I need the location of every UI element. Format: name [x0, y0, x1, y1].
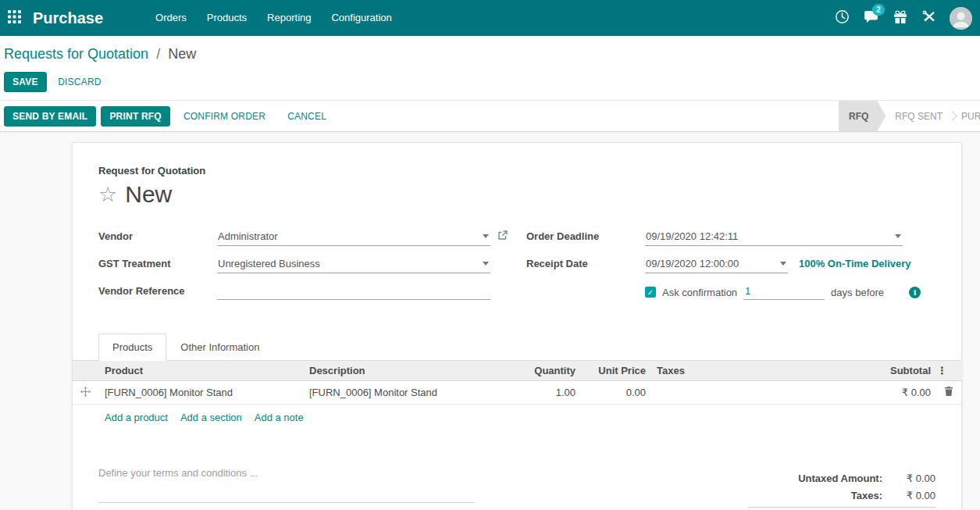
product-column-header: Product [98, 361, 303, 381]
rfq-form-sheet: Request for Quotation ☆ New Vendor Admin… [72, 142, 962, 510]
discard-button[interactable]: DISCARD [49, 72, 109, 92]
cancel-button[interactable]: CANCEL [279, 106, 335, 127]
control-panel-buttons: SAVE DISCARD [0, 66, 980, 101]
menu-orders[interactable]: Orders [145, 0, 197, 36]
add-a-section-link[interactable]: Add a section [180, 412, 242, 423]
notebook-tabs: Products Other Information [73, 333, 961, 361]
line-add-links: Add a product Add a section Add a note [73, 405, 961, 423]
form-statusbar: SEND BY EMAIL PRINT RFQ CONFIRM ORDER CA… [0, 101, 980, 132]
taxes-total-label: Taxes: [851, 490, 882, 501]
receipt-date-label: Receipt Date [526, 255, 645, 269]
rewards-button[interactable] [886, 0, 914, 36]
gift-icon [893, 10, 907, 27]
record-title: New [125, 181, 172, 208]
line-taxes[interactable] [649, 381, 774, 405]
activities-button[interactable] [828, 0, 857, 36]
status-pipeline: RFQ RFQ SENT PURC [839, 101, 980, 131]
terms-and-conditions-input[interactable]: Define your terms and conditions ... [98, 467, 475, 503]
on-time-delivery-link[interactable]: 100% On-Time Delivery [799, 255, 911, 269]
chevron-down-icon [483, 234, 489, 238]
gst-treatment-label: GST Treatment [98, 255, 217, 269]
receipt-date-input[interactable]: 09/19/2020 12:00:00 [645, 255, 788, 273]
untaxed-amount-value: ₹ 0.00 [882, 473, 935, 484]
app-title: Purchase [28, 9, 103, 27]
table-header-row: Product Description Quantity Unit Price … [73, 361, 963, 381]
tools-icon [922, 10, 936, 27]
status-step-purchase-order[interactable]: PURC [952, 101, 980, 131]
content-area: Request for Quotation ☆ New Vendor Admin… [0, 132, 980, 510]
statusbar-actions: SEND BY EMAIL PRINT RFQ CONFIRM ORDER CA… [4, 106, 335, 127]
chevron-down-icon [483, 262, 489, 266]
print-rfq-button[interactable]: PRINT RFQ [101, 106, 169, 127]
line-unit-price[interactable]: 0.00 [579, 381, 649, 405]
days-before-input[interactable]: 1 [743, 284, 825, 300]
vendor-label: Vendor [98, 228, 217, 242]
breadcrumb-parent-link[interactable]: Requests for Quotation [4, 46, 148, 62]
taxes-total-value: ₹ 0.00 [882, 490, 935, 501]
chevron-down-icon [780, 262, 786, 266]
terms-placeholder: Define your terms and conditions ... [98, 467, 258, 479]
vendor-input[interactable]: Administrator [217, 228, 490, 246]
delete-line-icon[interactable] [944, 386, 953, 399]
vendor-value: Administrator [218, 230, 278, 242]
order-deadline-input[interactable]: 09/19/2020 12:42:11 [645, 228, 903, 246]
apps-menu-button[interactable] [0, 0, 28, 36]
taxes-column-header: Taxes [649, 361, 774, 381]
user-avatar[interactable] [950, 7, 972, 30]
confirm-order-button[interactable]: CONFIRM ORDER [175, 106, 274, 127]
unit-price-column-header: Unit Price [579, 361, 649, 381]
ask-confirmation-spacer [526, 283, 645, 285]
order-deadline-value: 09/19/2020 12:42:11 [646, 230, 738, 242]
top-navbar: Purchase Orders Products Reporting Confi… [0, 0, 980, 36]
send-by-email-button[interactable]: SEND BY EMAIL [4, 106, 96, 127]
ask-confirmation-checkbox[interactable]: ✓ [645, 287, 656, 298]
menu-products[interactable]: Products [197, 0, 257, 36]
main-menu: Orders Products Reporting Configuration [145, 0, 402, 36]
gst-treatment-select[interactable]: Unregistered Business [217, 255, 490, 273]
line-quantity[interactable]: 1.00 [526, 381, 579, 405]
messages-button[interactable]: 2 [857, 0, 886, 36]
quantity-column-header: Quantity [526, 361, 579, 381]
breadcrumb: Requests for Quotation / New [0, 36, 980, 66]
field-group: Vendor Administrator GST Treatment Unre [98, 228, 935, 310]
tab-products[interactable]: Products [98, 333, 166, 361]
status-step-rfq-sent[interactable]: RFQ SENT [886, 101, 952, 131]
description-column-header: Description [303, 361, 526, 381]
chevron-down-icon [895, 234, 901, 238]
avatar-image [950, 7, 972, 30]
add-a-product-link[interactable]: Add a product [105, 412, 168, 423]
apps-grid-icon [8, 10, 21, 26]
receipt-date-value: 09/19/2020 12:00:00 [646, 258, 739, 269]
order-deadline-label: Order Deadline [526, 228, 645, 242]
line-description[interactable]: [FURN_0006] Monitor Stand [303, 381, 526, 405]
days-before-label: days before [831, 287, 884, 298]
add-a-note-link[interactable]: Add a note [255, 412, 304, 423]
navbar-systray: 2 [828, 0, 980, 36]
line-product[interactable]: [FURN_0006] Monitor Stand [98, 381, 303, 405]
favorite-star-icon[interactable]: ☆ [98, 184, 117, 205]
vendor-reference-label: Vendor Reference [98, 283, 217, 297]
menu-configuration[interactable]: Configuration [321, 0, 401, 36]
document-type-label: Request for Quotation [98, 165, 935, 177]
tab-other-information[interactable]: Other Information [166, 333, 273, 361]
clock-icon [835, 9, 850, 27]
vendor-external-link-icon[interactable] [497, 230, 508, 243]
support-tools-button[interactable] [914, 0, 943, 36]
breadcrumb-current: New [168, 46, 196, 62]
gst-treatment-value: Unregistered Business [218, 258, 320, 269]
handle-column-header [73, 361, 98, 381]
subtotal-column-header: Subtotal [774, 361, 934, 381]
optional-columns-icon[interactable]: ⋮ [934, 361, 963, 381]
breadcrumb-separator: / [156, 46, 160, 62]
ask-confirmation-label: Ask confirmation [662, 287, 737, 298]
order-line-row[interactable]: [FURN_0006] Monitor Stand [FURN_0006] Mo… [73, 381, 963, 405]
info-icon[interactable]: i [909, 287, 921, 298]
status-step-rfq[interactable]: RFQ [839, 101, 886, 131]
untaxed-amount-label: Untaxed Amount: [798, 473, 882, 484]
totals-summary: Untaxed Amount: ₹ 0.00 Taxes: ₹ 0.00 Tot… [748, 470, 935, 510]
line-subtotal: ₹ 0.00 [774, 381, 934, 405]
vendor-reference-input[interactable] [217, 283, 490, 300]
menu-reporting[interactable]: Reporting [257, 0, 321, 36]
drag-handle-icon[interactable] [80, 387, 91, 399]
save-button[interactable]: SAVE [4, 72, 47, 92]
